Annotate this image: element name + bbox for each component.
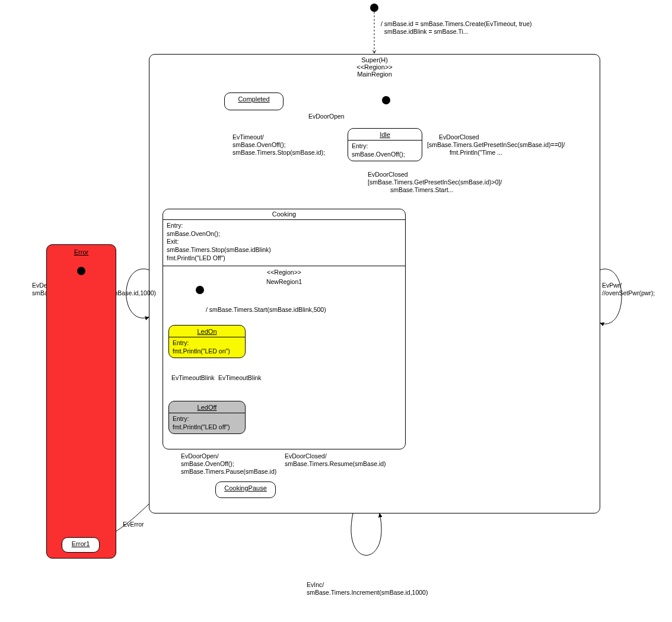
state-ledoff[interactable]: LedOff Entry: fmt.Println("LED off") [168,401,246,434]
cooking-entry-action: smBase.OvenOn(); [167,230,220,237]
initial-pseudostate-top [370,4,378,12]
cooking-exit-action1: smBase.Timers.Stop(smBase.idBlink) [167,246,271,253]
pause-to-cooking-action: smBase.Timers.Resume(smBase.id) [285,460,386,468]
pause-to-cooking-event: EvDoorClosed/ [285,452,327,460]
cooking-to-completed-action: smBase.OvenOff(); smBase.Timers.Stop(smB… [233,141,325,157]
initial-pseudostate-error [77,267,85,275]
state-ledoff-name: LedOff [169,401,245,411]
state-completed[interactable]: Completed [224,92,284,110]
state-cookingpause[interactable]: CookingPause [215,481,276,498]
state-cookingpause-name: CookingPause [216,482,275,492]
cooking-to-pause-action: smBase.OvenOff(); smBase.Timers.Pause(sm… [181,460,276,476]
cooking-region-name: NewRegion1 [163,276,405,285]
state-error1[interactable]: Error1 [62,537,100,553]
ledoff-entry-action: fmt.Println("LED off") [173,423,230,430]
initial-pseudostate-cooking-region [196,286,204,294]
idle-self-event: EvDoorClosed [439,133,479,141]
cooking-entry-label: Entry: [167,222,183,229]
super-evpwr-label: EvPwr/ //ovenSetPwr(pwr); [602,282,655,297]
idle-entry-label: Entry: [352,142,368,149]
top-init-action-label: / smBase.id = smBase.Timers.Create(EvTim… [381,20,532,36]
state-error1-name: Error1 [62,538,99,547]
cooking-to-completed-event: EvTimeout/ [233,133,264,141]
completed-to-idle-label: EvDoorOpen [308,113,345,120]
idle-self-guard: [smBase.Timers.GetPresetInSec(smBase.id)… [427,141,565,157]
idle-to-cooking-guard: [smBase.Timers.GetPresetInSec(smBase.id)… [368,178,502,194]
ledon-to-ledoff-label: EvTimeoutBlink [171,374,215,382]
ledoff-to-ledon-label: EvTimeoutBlink [218,374,262,382]
ledon-entry-action: fmt.Println("LED on") [173,347,230,355]
cooking-exit-action2: fmt.Println("LED Off") [167,254,225,261]
initial-pseudostate-mainregion [382,96,390,104]
state-idle[interactable]: Idle Entry: smBase.OvenOff(); [348,128,422,161]
state-ledon[interactable]: LedOn Entry: fmt.Println("LED on") [168,325,246,358]
state-cooking-name: Cooking [272,210,296,218]
state-error[interactable]: Error [46,244,116,559]
cooking-exit-label: Exit: [167,238,179,245]
state-completed-name: Completed [225,93,283,103]
super-evinc-label: EvInc/ smBase.Timers.Increment(smBase.id… [307,581,428,597]
ledoff-entry-label: Entry: [173,415,189,422]
super-region-name: MainRegion [149,71,600,78]
state-super-title: Super(H) [361,56,388,63]
cooking-to-pause-event: EvDoorOpen/ [181,452,219,460]
super-to-error1-label: EvError [123,521,144,528]
state-idle-name: Idle [348,129,422,138]
super-region-stereotype: <<Region>> [149,63,600,71]
idle-entry-action: smBase.OvenOff(); [352,151,405,158]
ledon-entry-label: Entry: [173,339,189,346]
state-ledon-name: LedOn [169,326,245,335]
state-error-name: Error [47,245,116,256]
idle-to-cooking-event: EvDoorClosed [368,171,408,178]
cooking-region-stereotype: <<Region>> [163,266,405,276]
cooking-init-action: / smBase.Timers.Start(smBase.idBlink,500… [206,306,326,314]
